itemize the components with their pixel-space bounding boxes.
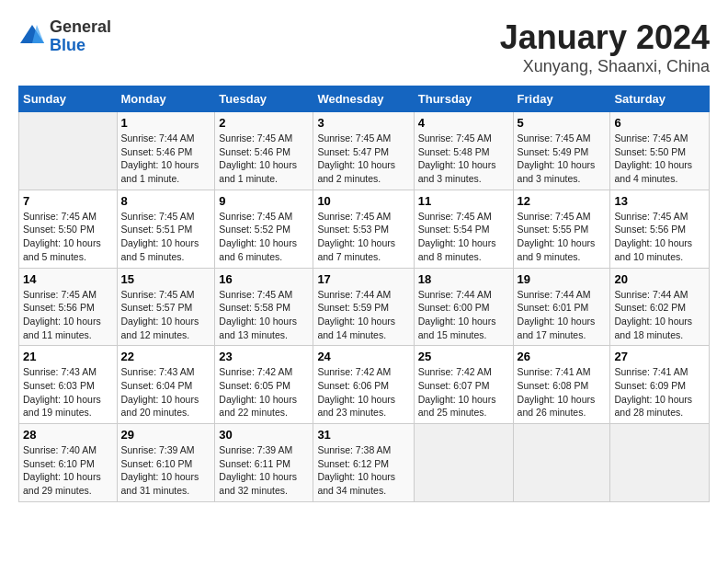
day-info: Sunrise: 7:45 AM Sunset: 5:56 PM Dayligh… (23, 288, 113, 342)
day-number: 6 (614, 116, 705, 130)
day-info: Sunrise: 7:43 AM Sunset: 6:03 PM Dayligh… (23, 365, 113, 419)
logo-blue: Blue (50, 37, 111, 55)
day-info: Sunrise: 7:45 AM Sunset: 5:48 PM Dayligh… (418, 132, 509, 186)
day-info: Sunrise: 7:45 AM Sunset: 5:54 PM Dayligh… (418, 210, 509, 264)
day-info: Sunrise: 7:44 AM Sunset: 5:46 PM Dayligh… (121, 132, 211, 186)
day-info: Sunrise: 7:41 AM Sunset: 6:08 PM Dayligh… (518, 365, 607, 419)
logo: General Blue (18, 18, 111, 55)
calendar-cell: 29Sunrise: 7:39 AM Sunset: 6:10 PM Dayli… (117, 424, 215, 502)
day-info: Sunrise: 7:38 AM Sunset: 6:12 PM Dayligh… (317, 443, 409, 498)
calendar-cell: 21Sunrise: 7:43 AM Sunset: 6:03 PM Dayli… (19, 346, 118, 424)
column-header-tuesday: Tuesday (215, 86, 313, 112)
day-info: Sunrise: 7:41 AM Sunset: 6:09 PM Dayligh… (614, 365, 705, 419)
calendar-week-2: 7Sunrise: 7:45 AM Sunset: 5:50 PM Daylig… (19, 190, 710, 268)
day-number: 18 (418, 272, 509, 286)
calendar-cell: 9Sunrise: 7:45 AM Sunset: 5:52 PM Daylig… (215, 190, 313, 268)
day-number: 25 (418, 350, 509, 363)
day-info: Sunrise: 7:45 AM Sunset: 5:51 PM Dayligh… (121, 210, 211, 264)
day-number: 30 (219, 428, 309, 442)
day-number: 21 (23, 350, 113, 363)
calendar-cell: 10Sunrise: 7:45 AM Sunset: 5:53 PM Dayli… (313, 190, 414, 268)
calendar-cell: 18Sunrise: 7:44 AM Sunset: 6:00 PM Dayli… (414, 268, 513, 346)
day-number: 31 (317, 428, 409, 442)
calendar-cell (19, 112, 118, 190)
day-info: Sunrise: 7:45 AM Sunset: 5:49 PM Dayligh… (518, 132, 607, 186)
day-number: 29 (121, 428, 211, 442)
day-info: Sunrise: 7:45 AM Sunset: 5:56 PM Dayligh… (614, 210, 705, 264)
day-info: Sunrise: 7:42 AM Sunset: 6:05 PM Dayligh… (219, 365, 309, 419)
logo-general: General (50, 18, 111, 37)
day-number: 5 (518, 116, 607, 130)
day-number: 13 (614, 194, 705, 208)
calendar-cell: 2Sunrise: 7:45 AM Sunset: 5:46 PM Daylig… (215, 112, 313, 190)
day-info: Sunrise: 7:44 AM Sunset: 6:02 PM Dayligh… (614, 288, 705, 342)
day-number: 8 (121, 194, 211, 208)
column-header-friday: Friday (513, 86, 610, 112)
calendar-cell: 1Sunrise: 7:44 AM Sunset: 5:46 PM Daylig… (117, 112, 215, 190)
day-number: 24 (317, 350, 409, 363)
calendar-cell: 13Sunrise: 7:45 AM Sunset: 5:56 PM Dayli… (610, 190, 710, 268)
day-number: 4 (418, 116, 509, 130)
calendar-cell: 6Sunrise: 7:45 AM Sunset: 5:50 PM Daylig… (610, 112, 710, 190)
calendar-cell (513, 424, 610, 502)
day-info: Sunrise: 7:42 AM Sunset: 6:06 PM Dayligh… (317, 365, 409, 419)
calendar-cell: 16Sunrise: 7:45 AM Sunset: 5:58 PM Dayli… (215, 268, 313, 346)
logo-text: General Blue (50, 18, 111, 55)
calendar-cell (610, 424, 710, 502)
day-info: Sunrise: 7:45 AM Sunset: 5:55 PM Dayligh… (518, 210, 607, 264)
day-info: Sunrise: 7:45 AM Sunset: 5:50 PM Dayligh… (614, 132, 705, 186)
day-number: 28 (23, 428, 113, 442)
day-number: 10 (317, 194, 409, 208)
day-info: Sunrise: 7:43 AM Sunset: 6:04 PM Dayligh… (121, 365, 211, 419)
day-info: Sunrise: 7:39 AM Sunset: 6:10 PM Dayligh… (121, 443, 211, 498)
calendar-cell: 30Sunrise: 7:39 AM Sunset: 6:11 PM Dayli… (215, 424, 313, 502)
day-info: Sunrise: 7:45 AM Sunset: 5:46 PM Dayligh… (219, 132, 309, 186)
day-info: Sunrise: 7:45 AM Sunset: 5:58 PM Dayligh… (219, 288, 309, 342)
column-header-thursday: Thursday (414, 86, 513, 112)
day-number: 11 (418, 194, 509, 208)
calendar-header-row: SundayMondayTuesdayWednesdayThursdayFrid… (19, 86, 710, 112)
column-header-wednesday: Wednesday (313, 86, 414, 112)
logo-icon (18, 23, 46, 51)
calendar-cell: 14Sunrise: 7:45 AM Sunset: 5:56 PM Dayli… (19, 268, 118, 346)
calendar-week-4: 21Sunrise: 7:43 AM Sunset: 6:03 PM Dayli… (19, 346, 710, 424)
calendar-cell: 26Sunrise: 7:41 AM Sunset: 6:08 PM Dayli… (513, 346, 610, 424)
day-number: 1 (121, 116, 211, 130)
day-number: 12 (518, 194, 607, 208)
calendar-cell: 22Sunrise: 7:43 AM Sunset: 6:04 PM Dayli… (117, 346, 215, 424)
day-number: 27 (614, 350, 705, 363)
calendar-title: January 2024 (500, 18, 710, 57)
calendar-cell: 24Sunrise: 7:42 AM Sunset: 6:06 PM Dayli… (313, 346, 414, 424)
calendar-cell: 23Sunrise: 7:42 AM Sunset: 6:05 PM Dayli… (215, 346, 313, 424)
day-number: 9 (219, 194, 309, 208)
calendar-cell: 12Sunrise: 7:45 AM Sunset: 5:55 PM Dayli… (513, 190, 610, 268)
calendar-cell: 4Sunrise: 7:45 AM Sunset: 5:48 PM Daylig… (414, 112, 513, 190)
title-block: January 2024 Xunyang, Shaanxi, China (500, 18, 710, 76)
day-number: 7 (23, 194, 113, 208)
day-number: 3 (317, 116, 409, 130)
day-number: 2 (219, 116, 309, 130)
day-number: 26 (518, 350, 607, 363)
day-number: 17 (317, 272, 409, 286)
calendar-cell: 27Sunrise: 7:41 AM Sunset: 6:09 PM Dayli… (610, 346, 710, 424)
day-number: 22 (121, 350, 211, 363)
calendar-week-5: 28Sunrise: 7:40 AM Sunset: 6:10 PM Dayli… (19, 424, 710, 502)
day-info: Sunrise: 7:44 AM Sunset: 6:00 PM Dayligh… (418, 288, 509, 342)
calendar-cell: 25Sunrise: 7:42 AM Sunset: 6:07 PM Dayli… (414, 346, 513, 424)
day-info: Sunrise: 7:45 AM Sunset: 5:53 PM Dayligh… (317, 210, 409, 264)
calendar-cell: 31Sunrise: 7:38 AM Sunset: 6:12 PM Dayli… (313, 424, 414, 502)
day-number: 19 (518, 272, 607, 286)
day-number: 16 (219, 272, 309, 286)
column-header-sunday: Sunday (19, 86, 118, 112)
day-number: 15 (121, 272, 211, 286)
calendar-week-3: 14Sunrise: 7:45 AM Sunset: 5:56 PM Dayli… (19, 268, 710, 346)
calendar-cell: 3Sunrise: 7:45 AM Sunset: 5:47 PM Daylig… (313, 112, 414, 190)
day-number: 20 (614, 272, 705, 286)
calendar-table: SundayMondayTuesdayWednesdayThursdayFrid… (18, 86, 710, 502)
day-info: Sunrise: 7:45 AM Sunset: 5:52 PM Dayligh… (219, 210, 309, 264)
day-info: Sunrise: 7:42 AM Sunset: 6:07 PM Dayligh… (418, 365, 509, 419)
column-header-monday: Monday (117, 86, 215, 112)
calendar-cell (414, 424, 513, 502)
calendar-cell: 17Sunrise: 7:44 AM Sunset: 5:59 PM Dayli… (313, 268, 414, 346)
day-info: Sunrise: 7:45 AM Sunset: 5:47 PM Dayligh… (317, 132, 409, 186)
